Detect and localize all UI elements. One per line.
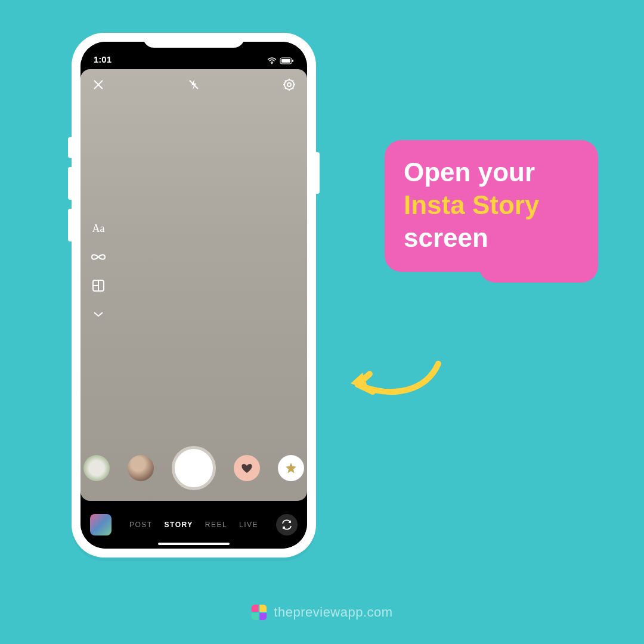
bottom-bar: POST STORY REEL LIVE xyxy=(80,501,307,549)
wifi-icon xyxy=(267,57,277,64)
svg-point-5 xyxy=(287,83,291,86)
close-icon[interactable] xyxy=(91,78,106,92)
phone-mockup: 1:01 xyxy=(72,33,316,558)
camera-viewfinder[interactable]: Aa xyxy=(80,69,307,501)
home-indicator[interactable] xyxy=(158,543,230,545)
viewfinder-top-bar xyxy=(80,78,307,92)
tool-rail: Aa xyxy=(90,221,107,321)
text-tool-icon[interactable]: Aa xyxy=(90,221,107,236)
status-indicators xyxy=(267,57,294,64)
flash-off-icon[interactable] xyxy=(187,78,201,92)
mode-live[interactable]: LIVE xyxy=(239,521,258,529)
phone-side-button xyxy=(68,167,72,200)
mode-post[interactable]: POST xyxy=(129,521,153,529)
mode-selector[interactable]: POST STORY REEL LIVE xyxy=(129,521,258,529)
phone-notch xyxy=(143,33,244,48)
watermark: thepreviewapp.com xyxy=(251,605,392,620)
camera-flip-button[interactable] xyxy=(276,514,298,535)
filter-thumb[interactable] xyxy=(278,455,304,481)
callout-line: Open your xyxy=(404,156,578,188)
phone-side-button xyxy=(68,209,72,242)
svg-rect-2 xyxy=(281,59,290,63)
mode-story[interactable]: STORY xyxy=(165,521,193,529)
mode-reel[interactable]: REEL xyxy=(205,521,227,529)
arrow-icon xyxy=(340,355,447,411)
watermark-text: thepreviewapp.com xyxy=(274,605,392,620)
shutter-button[interactable] xyxy=(172,446,216,490)
gallery-thumbnail[interactable] xyxy=(90,514,112,535)
settings-icon[interactable] xyxy=(282,78,296,92)
phone-side-button xyxy=(316,152,320,194)
svg-rect-3 xyxy=(292,60,293,62)
phone-side-button xyxy=(68,137,72,158)
chevron-down-icon[interactable] xyxy=(90,307,107,321)
status-time: 1:01 xyxy=(94,54,112,64)
instruction-callout: Open your Insta Story screen xyxy=(385,140,598,272)
filter-thumb[interactable] xyxy=(83,455,110,481)
battery-icon xyxy=(280,57,294,64)
filter-thumb[interactable] xyxy=(234,455,260,481)
watermark-logo-icon xyxy=(251,605,267,620)
callout-line: screen xyxy=(404,221,578,254)
filter-carousel[interactable] xyxy=(80,446,307,490)
story-camera-screen: 1:01 xyxy=(80,42,307,549)
boomerang-icon[interactable] xyxy=(90,250,107,264)
callout-line: Insta Story xyxy=(404,188,578,221)
svg-point-0 xyxy=(271,63,273,64)
layout-icon[interactable] xyxy=(90,278,107,293)
phone-bezel: 1:01 xyxy=(80,42,307,549)
filter-thumb[interactable] xyxy=(128,455,154,481)
